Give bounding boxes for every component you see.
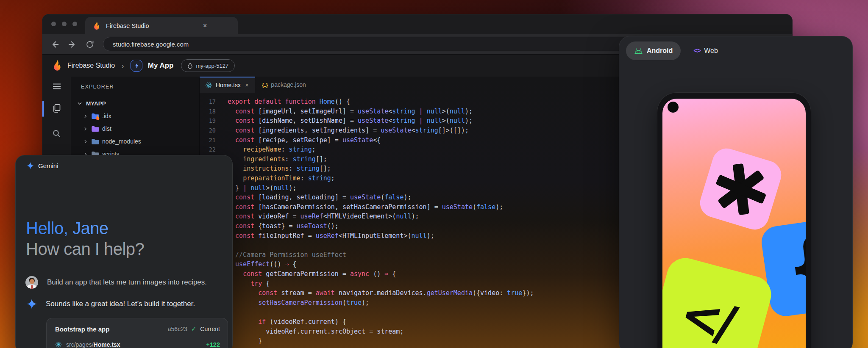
status-badge: Current: [200, 326, 220, 332]
tree-item-idx[interactable]: .idx: [71, 110, 199, 122]
code-tag-glyph: </: [674, 283, 738, 348]
gemini-greeting: Hello, Jane How can I help?: [26, 218, 144, 260]
tree-item-node_modules[interactable]: node_modules: [71, 135, 199, 148]
reload-icon[interactable]: [85, 40, 95, 49]
project-id-badge[interactable]: my-app-5127: [181, 59, 235, 72]
bootstrap-card[interactable]: Bootstrap the app a56c23 ✓ Current src/p…: [46, 318, 228, 348]
droplet-icon: [187, 63, 193, 69]
assistant-message-text: Sounds like a great idea! Let’s build it…: [46, 300, 195, 308]
user-avatar: [25, 276, 38, 289]
editor-tab-label: Home.tsx: [216, 82, 241, 88]
sticker-asterisk: [696, 145, 785, 233]
folder-icon: [91, 138, 99, 145]
file-path-prefix: src/pages/: [66, 341, 94, 348]
back-icon[interactable]: [50, 40, 60, 49]
firebase-flame-icon: [93, 22, 100, 30]
chevron-right-icon: [83, 126, 88, 132]
window-control-dot[interactable]: [62, 22, 67, 26]
user-message-text: Build an app that lets me turn images in…: [47, 278, 207, 287]
editor-tab-label: package.json: [271, 81, 306, 88]
explorer-files-icon[interactable]: [52, 103, 62, 113]
gemini-panel: Gemini Hello, Jane How can I help? Build…: [15, 155, 233, 348]
device-preview-panel: Android <> Web { </: [619, 36, 853, 348]
platform-toggle: Android <> Web: [626, 41, 718, 60]
gemini-star-icon: [27, 162, 34, 169]
greeting-line-2: How can I help?: [26, 239, 144, 260]
browser-tab-title: Firebase Studio: [106, 22, 149, 29]
browser-tab-strip: Firebase Studio ×: [42, 14, 792, 34]
tree-item-label: node_modules: [102, 138, 141, 145]
file-name: Home.tsx: [94, 341, 120, 348]
assistant-message: Sounds like a great idea! Let’s build it…: [25, 299, 225, 309]
android-icon: [634, 48, 643, 54]
chevron-down-icon: [77, 100, 83, 106]
folder-icon: [91, 125, 99, 132]
tab-web[interactable]: <> Web: [693, 47, 718, 55]
active-view-indicator: [42, 101, 44, 117]
json-braces-icon: {..}: [262, 82, 267, 88]
tree-item-dist[interactable]: dist: [71, 122, 199, 135]
camera-punch-hole: [668, 102, 679, 113]
tab-android[interactable]: Android: [626, 41, 681, 60]
browser-tab[interactable]: Firebase Studio ×: [85, 17, 238, 34]
phone-mockup: { </: [657, 93, 811, 348]
gemini-title: Gemini: [38, 162, 58, 169]
react-icon: [205, 82, 212, 89]
commit-hash: a56c23: [168, 326, 187, 332]
window-control-dot[interactable]: [51, 22, 56, 26]
editor-tab-bar: Home.tsx × {..} package.json: [200, 77, 313, 93]
chevron-right-icon: [83, 139, 88, 144]
line-number: 19: [200, 117, 216, 124]
additions-count: +122: [206, 341, 220, 348]
product-name[interactable]: Firebase Studio: [67, 62, 115, 69]
line-number: 18: [200, 108, 216, 115]
check-icon: ✓: [191, 325, 197, 333]
forward-icon[interactable]: [67, 40, 77, 49]
asterisk-glyph: [711, 160, 770, 218]
chevron-right-icon: [83, 113, 88, 119]
tab-android-label: Android: [647, 47, 673, 55]
tab-close-icon[interactable]: ×: [245, 82, 248, 88]
firebase-flame-logo: [53, 60, 62, 71]
gemini-header: Gemini: [27, 162, 58, 169]
tab-web-label: Web: [704, 47, 718, 55]
tree-root-label: MYAPP: [86, 100, 106, 107]
tree-item-label: dist: [102, 125, 111, 132]
editor-tab-package-json[interactable]: {..} package.json: [255, 77, 313, 93]
phone-screen: { </: [662, 99, 806, 348]
tree-root-myapp[interactable]: MYAPP: [71, 97, 199, 110]
line-number: 17: [200, 98, 216, 105]
react-icon: [55, 341, 62, 348]
breadcrumb-separator: ›: [121, 61, 124, 71]
card-title: Bootstrap the app: [55, 326, 109, 333]
tree-item-label: .idx: [102, 113, 111, 119]
address-bar-url: studio.firebase.google.com: [113, 41, 189, 48]
file-tree: MYAPP .idxdistnode_modulesscripts: [71, 97, 199, 160]
menu-icon[interactable]: [52, 81, 62, 91]
gemini-star-icon: [27, 299, 37, 309]
changed-file-row[interactable]: src/pages/Home.tsx +122: [55, 341, 220, 348]
project-id-label: my-app-5127: [196, 63, 229, 69]
explorer-title: EXPLORER: [81, 84, 114, 90]
editor-tab-home-tsx[interactable]: Home.tsx ×: [200, 77, 255, 93]
app-spark-icon: [131, 60, 142, 72]
window-control-dot[interactable]: [72, 22, 77, 26]
sticker-code-tag: </: [662, 254, 775, 348]
line-number: 22: [200, 146, 216, 153]
user-message: Build an app that lets me turn images in…: [25, 276, 225, 289]
code-brackets-icon: <>: [693, 47, 700, 55]
line-number: 21: [200, 137, 216, 144]
greeting-line-1: Hello, Jane: [26, 218, 144, 239]
search-icon[interactable]: [52, 129, 62, 139]
app-name[interactable]: My App: [148, 61, 174, 70]
brace-glyph: {: [781, 226, 806, 304]
folder-icon: [91, 113, 99, 119]
tab-close-icon[interactable]: ×: [203, 22, 207, 30]
line-number: 20: [200, 127, 216, 134]
page-background: Firebase Studio × studio.firebase.google…: [0, 0, 868, 348]
